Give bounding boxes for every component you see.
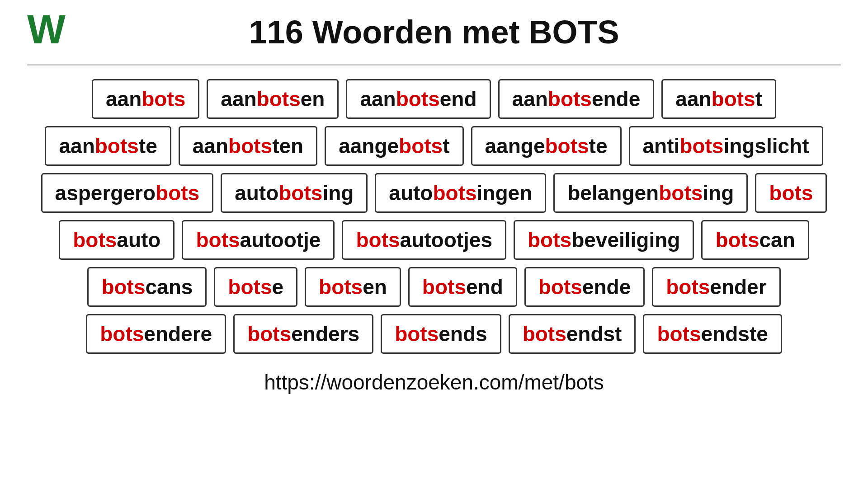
word-box: aspergerobots [41,173,214,213]
word-box: botsbeveiliging [514,220,694,260]
logo: W [27,9,66,50]
footer-url: https://woordenzoeken.com/met/bots [264,370,604,408]
word-box: botsautootje [182,220,335,260]
word-box: botsendst [509,314,636,354]
word-box: botsautootjes [342,220,506,260]
word-row-3: botsautobotsautootjebotsautootjesbotsbev… [27,220,841,260]
word-box: botscans [87,267,207,307]
word-box: botscan [701,220,809,260]
word-box: aangebotst [325,126,463,166]
word-row-5: botsenderebotsendersbotsendsbotsendstbot… [27,314,841,354]
word-box: aanbotst [661,79,776,119]
word-box: botsend [408,267,517,307]
word-box: antibotsingslicht [629,126,823,166]
word-box: botsends [381,314,501,354]
word-box: aanbotsen [207,79,339,119]
word-box: aanbotsten [179,126,317,166]
word-box: botsauto [59,220,175,260]
word-box: autobotsingen [375,173,546,213]
page-title: 116 Woorden met BOTS [249,14,619,51]
word-box: autobotsing [221,173,368,213]
word-row-1: aanbotsteaanbotstenaangebotstaangebotste… [27,126,841,166]
word-box: botsenders [233,314,373,354]
word-row-4: botscansbotsebotsenbotsendbotsendebotsen… [27,267,841,307]
word-box: aanbotsend [346,79,491,119]
divider [27,64,841,66]
word-box: botsende [524,267,645,307]
word-box: bots [755,173,827,213]
word-box: aanbotsende [498,79,655,119]
word-box: botse [214,267,297,307]
words-container: aanbotsaanbotsenaanbotsendaanbotsendeaan… [0,79,868,354]
header: W 116 Woorden met BOTS [0,0,868,60]
word-box: aangebotste [471,126,622,166]
word-box: belangenbotsing [553,173,748,213]
word-row-0: aanbotsaanbotsenaanbotsendaanbotsendeaan… [27,79,841,119]
word-box: aanbots [92,79,199,119]
word-box: botsendste [643,314,782,354]
word-box: botsen [305,267,401,307]
word-box: aanbotste [45,126,171,166]
word-box: botsender [652,267,780,307]
word-row-2: aspergerobotsautobotsingautobotsingenbel… [27,173,841,213]
word-box: botsendere [86,314,226,354]
